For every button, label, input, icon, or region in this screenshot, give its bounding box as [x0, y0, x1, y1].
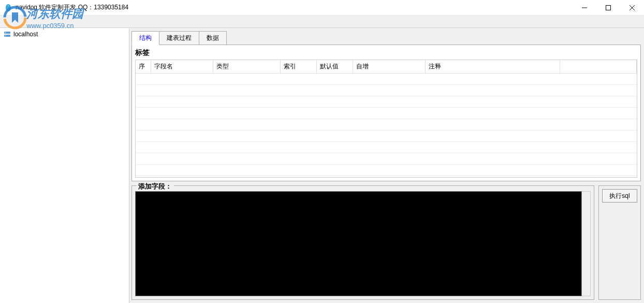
tab-data[interactable]: 数据 [199, 31, 227, 45]
structure-panel: 标签 序 字段名 类型 索引 默认值 自增 注释 [131, 45, 641, 181]
grid-row[interactable] [136, 119, 637, 131]
grid-row[interactable] [136, 108, 637, 119]
svg-point-9 [5, 35, 6, 36]
tree-item-label: localhost [13, 31, 38, 38]
window-title: navidog 软件定制开发 QQ：1339035184 [16, 3, 573, 12]
col-type[interactable]: 类型 [213, 60, 281, 73]
svg-rect-3 [606, 6, 611, 10]
tab-structure[interactable]: 结构 [131, 31, 159, 45]
minimize-button[interactable] [573, 0, 596, 16]
close-button[interactable] [620, 0, 644, 16]
fields-grid: 序 字段名 类型 索引 默认值 自增 注释 [135, 60, 637, 178]
maximize-icon [606, 5, 611, 10]
tab-create-process[interactable]: 建表过程 [159, 31, 199, 45]
grid-row[interactable] [136, 131, 637, 142]
close-icon [630, 5, 635, 10]
col-index[interactable]: 索引 [281, 60, 317, 73]
grid-row[interactable] [136, 74, 637, 85]
add-field-fieldset: 添加字段： [131, 185, 594, 300]
col-field-name[interactable]: 字段名 [151, 60, 213, 73]
grid-row[interactable] [136, 96, 637, 108]
grid-row[interactable] [136, 165, 637, 176]
maximize-button[interactable] [596, 0, 620, 16]
minimize-icon [582, 5, 587, 10]
grid-header: 序 字段名 类型 索引 默认值 自增 注释 [136, 60, 637, 74]
app-icon [4, 4, 12, 12]
grid-row[interactable] [136, 153, 637, 165]
exec-panel: 执行sql [598, 185, 641, 300]
tabs: 结构 建表过程 数据 [131, 31, 641, 45]
section-label: 标签 [135, 47, 637, 60]
grid-row[interactable] [136, 142, 637, 153]
col-seq[interactable]: 序 [136, 60, 151, 73]
col-default[interactable]: 默认值 [317, 60, 353, 73]
sidebar: localhost [0, 28, 129, 303]
scrollbar[interactable] [582, 191, 591, 296]
col-rest[interactable] [560, 60, 637, 73]
col-autoinc[interactable]: 自增 [353, 60, 426, 73]
titlebar: navidog 软件定制开发 QQ：1339035184 [0, 0, 644, 16]
fieldset-legend: 添加字段： [136, 182, 174, 191]
col-comment[interactable]: 注释 [426, 60, 560, 73]
grid-body[interactable] [136, 74, 637, 177]
sql-editor[interactable] [135, 191, 582, 296]
svg-point-8 [5, 32, 6, 33]
server-icon [3, 30, 11, 38]
tree-item-localhost[interactable]: localhost [1, 29, 128, 39]
grid-row[interactable] [136, 85, 637, 96]
execute-sql-button[interactable]: 执行sql [602, 189, 637, 203]
toolbar [0, 16, 644, 28]
